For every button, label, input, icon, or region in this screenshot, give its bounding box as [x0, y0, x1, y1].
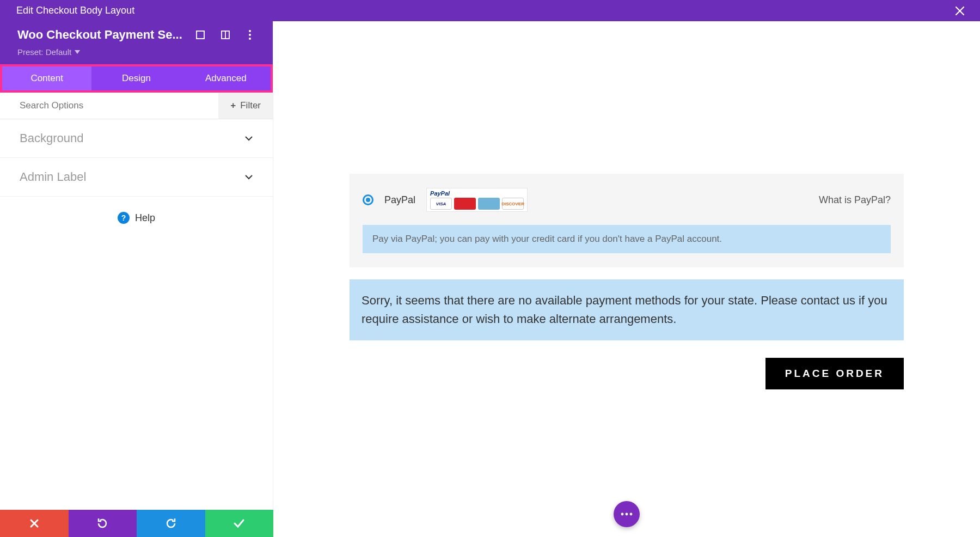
help-icon: ? [118, 212, 130, 224]
svg-point-12 [626, 513, 628, 516]
svg-point-11 [621, 513, 624, 516]
svg-marker-8 [75, 50, 80, 54]
accordion-label: Background [20, 131, 83, 145]
paypal-note: Pay via PayPal; you can pay with your cr… [363, 225, 891, 253]
amex-card-icon [478, 198, 500, 210]
filter-label: Filter [240, 100, 261, 111]
builder-fab[interactable] [614, 501, 640, 527]
paypal-card-logos: PayPal VISA DISCOVER [426, 188, 528, 212]
chevron-down-icon [244, 136, 253, 141]
payment-method-box: PayPal PayPal VISA DISCOVER What is PayP… [350, 174, 904, 267]
preview-canvas: PayPal PayPal VISA DISCOVER What is PayP… [273, 21, 980, 537]
help-label: Help [135, 212, 155, 224]
kebab-menu-icon[interactable] [244, 28, 256, 42]
svg-rect-2 [197, 31, 204, 39]
visa-card-icon: VISA [430, 198, 452, 210]
settings-sidebar: Woo Checkout Payment Se... Preset: Defau… [0, 21, 273, 537]
accordion-label: Admin Label [20, 170, 86, 184]
chevron-down-icon [75, 50, 80, 54]
undo-button[interactable] [69, 510, 137, 537]
preset-label: Preset: Default [17, 47, 71, 57]
svg-point-6 [249, 34, 251, 36]
mastercard-card-icon [454, 198, 476, 210]
redo-button[interactable] [137, 510, 205, 537]
module-header: Woo Checkout Payment Se... Preset: Defau… [0, 21, 273, 64]
accordion-admin-label[interactable]: Admin Label [0, 158, 273, 197]
place-order-button[interactable]: PLACE ORDER [765, 358, 904, 389]
expand-icon[interactable] [194, 28, 207, 42]
settings-tabs: Content Design Advanced [0, 64, 273, 93]
save-button[interactable] [205, 510, 274, 537]
action-bar [0, 510, 273, 537]
what-is-paypal-link[interactable]: What is PayPal? [819, 194, 891, 206]
plus-icon: + [230, 100, 236, 111]
svg-point-5 [249, 30, 251, 32]
cancel-button[interactable] [0, 510, 69, 537]
paypal-radio[interactable] [363, 194, 373, 205]
paypal-label: PayPal [384, 194, 415, 206]
discover-card-icon: DISCOVER [502, 198, 524, 210]
preset-selector[interactable]: Preset: Default [17, 47, 256, 57]
no-payment-methods-notice: Sorry, it seems that there are no availa… [350, 279, 904, 340]
search-input[interactable] [0, 93, 218, 119]
tab-design[interactable]: Design [91, 66, 181, 90]
filter-button[interactable]: + Filter [218, 93, 273, 119]
page-title: Edit Checkout Body Layout [16, 5, 134, 16]
help-link[interactable]: ? Help [0, 197, 273, 239]
module-title: Woo Checkout Payment Se... [17, 28, 182, 42]
svg-point-7 [249, 38, 251, 40]
close-icon[interactable] [951, 4, 969, 18]
tab-advanced[interactable]: Advanced [181, 66, 271, 90]
accordion-background[interactable]: Background [0, 119, 273, 158]
paypal-brand-text: PayPal [430, 190, 524, 197]
chevron-down-icon [244, 174, 253, 180]
svg-point-13 [630, 513, 633, 516]
responsive-icon[interactable] [219, 28, 231, 42]
tab-content[interactable]: Content [2, 66, 91, 90]
